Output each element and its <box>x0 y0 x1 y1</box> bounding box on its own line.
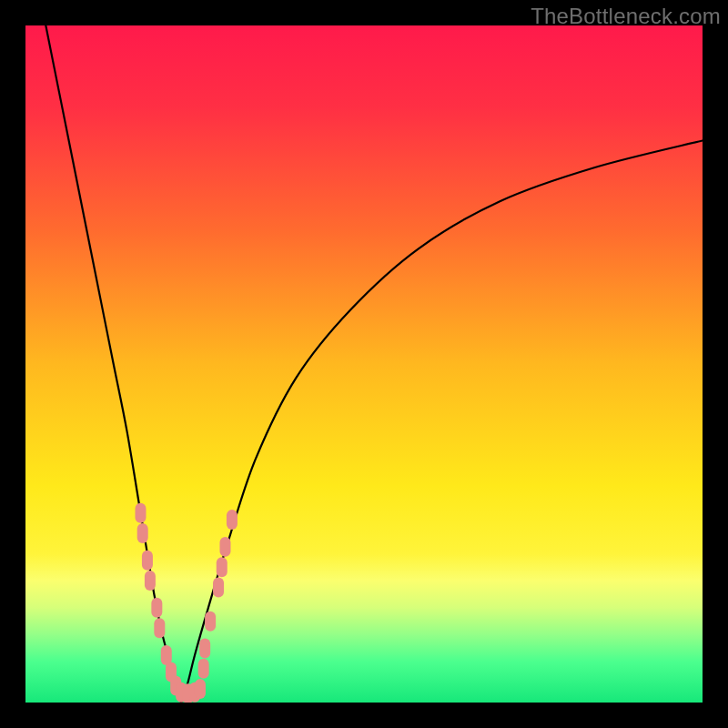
marker-dot <box>145 571 156 591</box>
marker-dot <box>195 679 206 699</box>
marker-dot <box>213 578 224 598</box>
marker-dot <box>135 503 146 523</box>
marker-dot <box>154 618 165 638</box>
marker-dot <box>151 598 162 618</box>
marker-dot <box>219 537 230 557</box>
marker-dot <box>205 612 216 632</box>
marker-dot <box>198 659 209 679</box>
chart-frame <box>25 25 703 703</box>
marker-dot <box>199 638 210 658</box>
marker-dot <box>142 551 153 571</box>
marker-dot <box>217 557 228 577</box>
marker-dot <box>227 510 238 530</box>
chart-background <box>25 25 703 703</box>
chart-plot <box>25 25 703 703</box>
marker-dot <box>137 523 148 543</box>
